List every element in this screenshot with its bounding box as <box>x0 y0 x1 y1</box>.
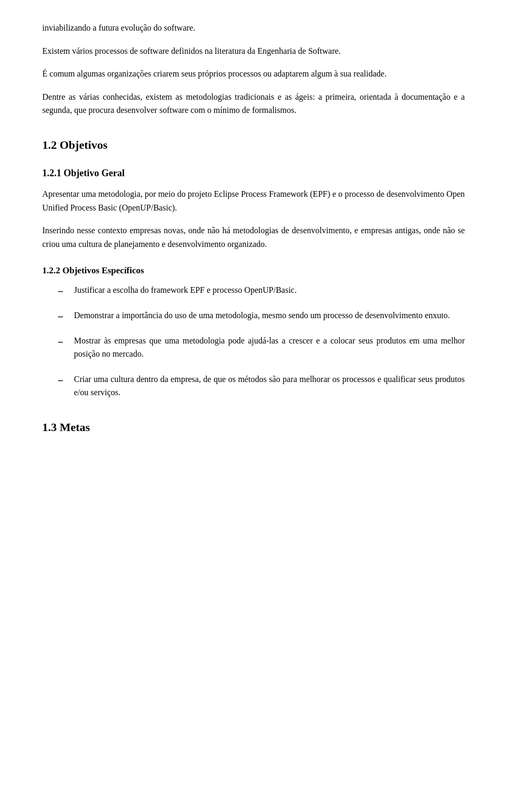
subsection-heading-1-2-2: 1.2.2 Objetivos Específicos <box>42 265 465 276</box>
intro-paragraph-2: Existem vários processos de software def… <box>42 44 465 58</box>
intro-paragraph-3: É comum algumas organizações criarem seu… <box>42 67 465 81</box>
list-item: Mostrar às empresas que uma metodologia … <box>53 334 465 361</box>
page-content: inviabilizando a futura evolução do soft… <box>0 0 507 812</box>
list-item: Criar uma cultura dentro da empresa, de … <box>53 372 465 399</box>
objective-general-text: Apresentar uma metodologia, por meio do … <box>42 187 465 214</box>
section-heading-1-2: 1.2 Objetivos <box>42 138 465 152</box>
list-item: Justificar a escolha do framework EPF e … <box>53 283 465 297</box>
intro-paragraph-1: inviabilizando a futura evolução do soft… <box>42 21 465 35</box>
subsection-heading-1-2-1: 1.2.1 Objetivo Geral <box>42 168 465 179</box>
section-heading-1-3: 1.3 Metas <box>42 421 465 434</box>
objectives-specific-list: Justificar a escolha do framework EPF e … <box>53 283 465 399</box>
objective-general-text-2: Inserindo nesse contexto empresas novas,… <box>42 224 465 251</box>
list-item: Demonstrar a importância do uso de uma m… <box>53 309 465 322</box>
intro-paragraph-4: Dentre as várias conhecidas, existem as … <box>42 90 465 117</box>
